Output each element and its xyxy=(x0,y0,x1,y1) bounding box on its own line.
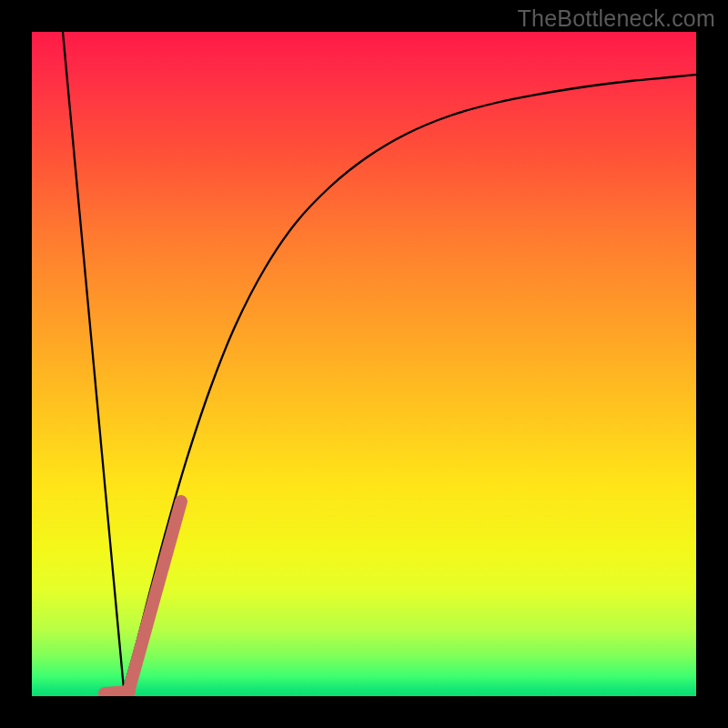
chart-plot-area xyxy=(32,32,696,696)
curve-left-descent xyxy=(63,32,124,689)
chart-svg xyxy=(32,32,696,696)
highlight-base xyxy=(105,692,129,693)
curve-right xyxy=(124,75,696,689)
watermark-text: TheBottleneck.com xyxy=(518,5,715,32)
highlight-segment xyxy=(129,501,181,689)
